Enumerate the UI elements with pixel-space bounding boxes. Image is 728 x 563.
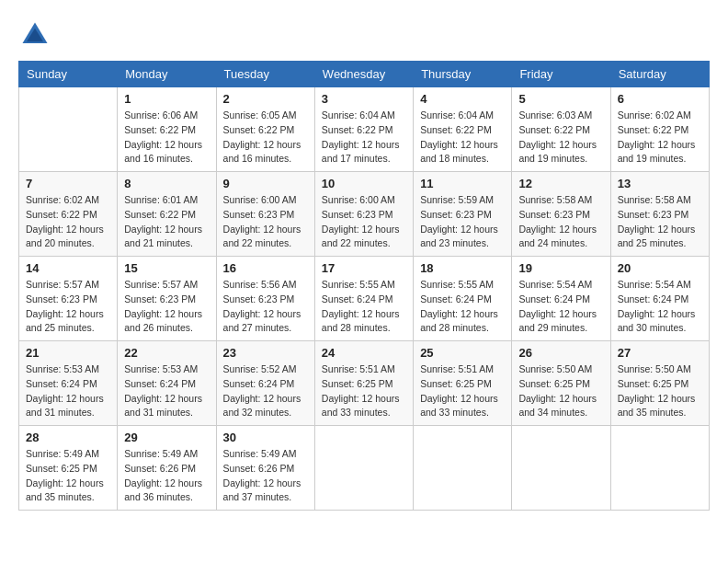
calendar-cell: 17Sunrise: 5:55 AMSunset: 6:24 PMDayligh… [314,257,413,341]
day-number: 22 [124,346,209,360]
day-info: Sunrise: 5:55 AMSunset: 6:24 PMDaylight:… [322,278,406,336]
calendar-cell: 16Sunrise: 5:56 AMSunset: 6:23 PMDayligh… [216,257,314,341]
day-number: 7 [26,177,110,190]
column-header-thursday: Thursday [414,62,512,87]
day-number: 8 [124,177,209,190]
column-header-monday: Monday [118,62,216,87]
day-info: Sunrise: 6:05 AMSunset: 6:22 PMDaylight:… [223,109,308,167]
day-number: 4 [420,92,505,106]
calendar-cell: 8Sunrise: 6:01 AMSunset: 6:22 PMDaylight… [118,172,216,257]
column-header-sunday: Sunday [19,62,118,87]
calendar-cell: 29Sunrise: 5:49 AMSunset: 6:26 PMDayligh… [118,426,216,511]
calendar-cell: 3Sunrise: 6:04 AMSunset: 6:22 PMDaylight… [314,87,413,172]
day-number: 24 [322,346,406,360]
calendar-cell [19,87,118,172]
day-info: Sunrise: 5:58 AMSunset: 6:23 PMDaylight:… [518,193,603,251]
calendar-cell: 12Sunrise: 5:58 AMSunset: 6:23 PMDayligh… [512,172,610,257]
day-number: 2 [223,92,308,106]
calendar-cell: 15Sunrise: 5:57 AMSunset: 6:23 PMDayligh… [118,257,216,341]
day-number: 1 [124,92,209,106]
calendar-cell: 11Sunrise: 5:59 AMSunset: 6:23 PMDayligh… [414,172,512,257]
day-number: 19 [518,261,603,275]
day-info: Sunrise: 5:49 AMSunset: 6:26 PMDaylight:… [124,447,209,505]
day-number: 30 [223,431,308,444]
day-number: 16 [223,261,308,275]
day-info: Sunrise: 5:57 AMSunset: 6:23 PMDaylight:… [124,278,209,336]
calendar-week-row: 21Sunrise: 5:53 AMSunset: 6:24 PMDayligh… [19,341,710,426]
day-info: Sunrise: 5:51 AMSunset: 6:25 PMDaylight:… [420,362,505,420]
day-info: Sunrise: 5:49 AMSunset: 6:25 PMDaylight:… [26,447,110,505]
calendar-cell: 1Sunrise: 6:06 AMSunset: 6:22 PMDaylight… [118,87,216,172]
day-number: 9 [223,177,308,190]
day-info: Sunrise: 6:02 AMSunset: 6:22 PMDaylight:… [26,193,110,251]
column-header-wednesday: Wednesday [314,62,413,87]
day-info: Sunrise: 6:00 AMSunset: 6:23 PMDaylight:… [322,193,406,251]
calendar-cell [512,426,610,511]
day-info: Sunrise: 5:49 AMSunset: 6:26 PMDaylight:… [223,447,308,505]
logo [18,18,57,52]
column-header-tuesday: Tuesday [216,62,314,87]
day-number: 21 [26,346,110,360]
calendar-table: SundayMondayTuesdayWednesdayThursdayFrid… [18,61,710,511]
day-number: 3 [322,92,406,106]
logo-icon [18,18,51,52]
day-number: 11 [420,177,505,190]
calendar-cell: 27Sunrise: 5:50 AMSunset: 6:25 PMDayligh… [610,341,709,426]
day-number: 5 [518,92,603,106]
calendar-week-row: 28Sunrise: 5:49 AMSunset: 6:25 PMDayligh… [19,426,710,511]
calendar-cell: 24Sunrise: 5:51 AMSunset: 6:25 PMDayligh… [314,341,413,426]
calendar-week-row: 7Sunrise: 6:02 AMSunset: 6:22 PMDaylight… [19,172,710,257]
day-number: 17 [322,261,406,275]
day-number: 25 [420,346,505,360]
day-info: Sunrise: 6:00 AMSunset: 6:23 PMDaylight:… [223,193,308,251]
calendar-cell: 18Sunrise: 5:55 AMSunset: 6:24 PMDayligh… [414,257,512,341]
day-info: Sunrise: 5:55 AMSunset: 6:24 PMDaylight:… [420,278,505,336]
calendar-cell: 10Sunrise: 6:00 AMSunset: 6:23 PMDayligh… [314,172,413,257]
day-number: 29 [124,431,209,444]
calendar-cell: 23Sunrise: 5:52 AMSunset: 6:24 PMDayligh… [216,341,314,426]
day-info: Sunrise: 5:53 AMSunset: 6:24 PMDaylight:… [26,362,110,420]
calendar-cell: 4Sunrise: 6:04 AMSunset: 6:22 PMDaylight… [414,87,512,172]
day-info: Sunrise: 5:58 AMSunset: 6:23 PMDaylight:… [618,193,702,251]
calendar-cell: 2Sunrise: 6:05 AMSunset: 6:22 PMDaylight… [216,87,314,172]
column-header-saturday: Saturday [610,62,709,87]
day-number: 12 [518,177,603,190]
calendar-cell: 19Sunrise: 5:54 AMSunset: 6:24 PMDayligh… [512,257,610,341]
day-info: Sunrise: 5:53 AMSunset: 6:24 PMDaylight:… [124,362,209,420]
calendar-cell: 5Sunrise: 6:03 AMSunset: 6:22 PMDaylight… [512,87,610,172]
day-info: Sunrise: 6:04 AMSunset: 6:22 PMDaylight:… [322,109,406,167]
day-number: 26 [518,346,603,360]
calendar-header-row: SundayMondayTuesdayWednesdayThursdayFrid… [19,62,710,87]
calendar-cell [314,426,413,511]
calendar-cell [414,426,512,511]
calendar-cell: 21Sunrise: 5:53 AMSunset: 6:24 PMDayligh… [19,341,118,426]
day-info: Sunrise: 5:50 AMSunset: 6:25 PMDaylight:… [618,362,702,420]
calendar-cell: 7Sunrise: 6:02 AMSunset: 6:22 PMDaylight… [19,172,118,257]
day-info: Sunrise: 5:59 AMSunset: 6:23 PMDaylight:… [420,193,505,251]
day-number: 23 [223,346,308,360]
calendar-cell: 6Sunrise: 6:02 AMSunset: 6:22 PMDaylight… [610,87,709,172]
calendar-cell: 13Sunrise: 5:58 AMSunset: 6:23 PMDayligh… [610,172,709,257]
calendar-cell: 9Sunrise: 6:00 AMSunset: 6:23 PMDaylight… [216,172,314,257]
calendar-cell: 30Sunrise: 5:49 AMSunset: 6:26 PMDayligh… [216,426,314,511]
day-info: Sunrise: 6:02 AMSunset: 6:22 PMDaylight:… [618,109,702,167]
calendar-cell: 22Sunrise: 5:53 AMSunset: 6:24 PMDayligh… [118,341,216,426]
calendar-cell: 25Sunrise: 5:51 AMSunset: 6:25 PMDayligh… [414,341,512,426]
day-number: 15 [124,261,209,275]
day-number: 27 [618,346,702,360]
calendar-cell: 20Sunrise: 5:54 AMSunset: 6:24 PMDayligh… [610,257,709,341]
day-info: Sunrise: 5:51 AMSunset: 6:25 PMDaylight:… [322,362,406,420]
calendar-cell [610,426,709,511]
calendar-week-row: 1Sunrise: 6:06 AMSunset: 6:22 PMDaylight… [19,87,710,172]
day-info: Sunrise: 6:03 AMSunset: 6:22 PMDaylight:… [518,109,603,167]
page-header [18,18,710,52]
day-number: 20 [618,261,702,275]
day-info: Sunrise: 6:04 AMSunset: 6:22 PMDaylight:… [420,109,505,167]
day-number: 14 [26,261,110,275]
calendar-cell: 26Sunrise: 5:50 AMSunset: 6:25 PMDayligh… [512,341,610,426]
day-info: Sunrise: 5:54 AMSunset: 6:24 PMDaylight:… [618,278,702,336]
day-number: 28 [26,431,110,444]
day-info: Sunrise: 6:01 AMSunset: 6:22 PMDaylight:… [124,193,209,251]
column-header-friday: Friday [512,62,610,87]
day-number: 6 [618,92,702,106]
